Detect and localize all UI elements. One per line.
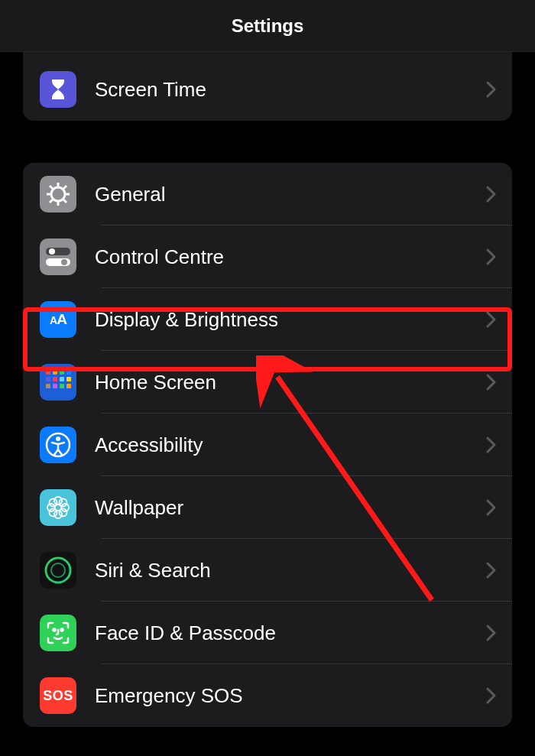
row-label: Emergency SOS bbox=[95, 684, 486, 708]
svg-point-23 bbox=[50, 509, 57, 517]
row-control-centre[interactable]: Control Centre bbox=[23, 226, 512, 288]
face-id-icon bbox=[40, 615, 76, 651]
row-face-id-passcode[interactable]: Face ID & Passcode bbox=[23, 602, 512, 664]
accessibility-icon bbox=[40, 427, 76, 463]
chevron-right-icon bbox=[486, 562, 497, 579]
svg-point-21 bbox=[50, 499, 57, 507]
svg-point-18 bbox=[54, 511, 62, 518]
chevron-right-icon bbox=[486, 248, 497, 265]
svg-point-11 bbox=[49, 248, 55, 255]
svg-point-19 bbox=[47, 504, 55, 511]
chevron-right-icon bbox=[486, 687, 497, 704]
chevron-right-icon bbox=[486, 499, 497, 516]
svg-point-9 bbox=[55, 191, 61, 197]
row-display-brightness[interactable]: AA Display & Brightness bbox=[23, 288, 512, 351]
row-label: Control Centre bbox=[95, 245, 486, 269]
svg-point-15 bbox=[56, 436, 60, 441]
switches-icon bbox=[40, 238, 76, 275]
svg-point-17 bbox=[54, 497, 62, 505]
row-label: Accessibility bbox=[95, 433, 486, 457]
header: Settings bbox=[0, 0, 535, 52]
row-emergency-sos[interactable]: SOS Emergency SOS bbox=[23, 664, 512, 727]
settings-list: Screen Time General Control Centre AA Di… bbox=[0, 52, 535, 742]
svg-point-20 bbox=[61, 504, 69, 511]
gear-icon bbox=[40, 176, 76, 213]
row-label: Display & Brightness bbox=[95, 308, 486, 332]
svg-point-26 bbox=[51, 563, 65, 577]
app-grid-icon bbox=[40, 364, 76, 401]
row-label: Siri & Search bbox=[95, 559, 486, 582]
row-accessibility[interactable]: Accessibility bbox=[23, 414, 512, 476]
page-title: Settings bbox=[232, 15, 304, 37]
siri-icon bbox=[40, 552, 76, 589]
sos-icon: SOS bbox=[40, 677, 76, 714]
row-label: Screen Time bbox=[95, 78, 486, 102]
settings-group-2: General Control Centre AA Display & Brig… bbox=[23, 163, 512, 727]
row-general[interactable]: General bbox=[23, 163, 512, 226]
row-screen-time[interactable]: Screen Time bbox=[23, 58, 512, 121]
chevron-right-icon bbox=[486, 311, 497, 328]
row-label: Wallpaper bbox=[95, 496, 486, 520]
chevron-right-icon bbox=[486, 436, 497, 453]
svg-line-6 bbox=[63, 200, 66, 203]
row-siri-search[interactable]: Siri & Search bbox=[23, 539, 512, 602]
text-size-icon: AA bbox=[40, 301, 76, 338]
row-wallpaper[interactable]: Wallpaper bbox=[23, 476, 512, 539]
svg-line-8 bbox=[63, 186, 66, 189]
flower-icon bbox=[40, 489, 76, 526]
row-label: Home Screen bbox=[95, 371, 486, 394]
chevron-right-icon bbox=[486, 81, 497, 98]
row-home-screen[interactable]: Home Screen bbox=[23, 351, 512, 414]
svg-point-22 bbox=[60, 499, 67, 507]
svg-line-5 bbox=[50, 186, 53, 189]
svg-point-25 bbox=[46, 558, 70, 582]
settings-group-1: Screen Time bbox=[23, 52, 512, 121]
row-label: Face ID & Passcode bbox=[95, 621, 486, 645]
hourglass-icon bbox=[40, 71, 76, 108]
svg-point-24 bbox=[60, 509, 67, 517]
chevron-right-icon bbox=[486, 374, 497, 391]
svg-point-13 bbox=[61, 259, 67, 265]
svg-point-28 bbox=[61, 629, 63, 631]
svg-line-7 bbox=[50, 200, 53, 203]
row-label: General bbox=[95, 183, 486, 206]
svg-point-27 bbox=[54, 629, 56, 631]
chevron-right-icon bbox=[486, 625, 497, 641]
chevron-right-icon bbox=[486, 186, 497, 203]
